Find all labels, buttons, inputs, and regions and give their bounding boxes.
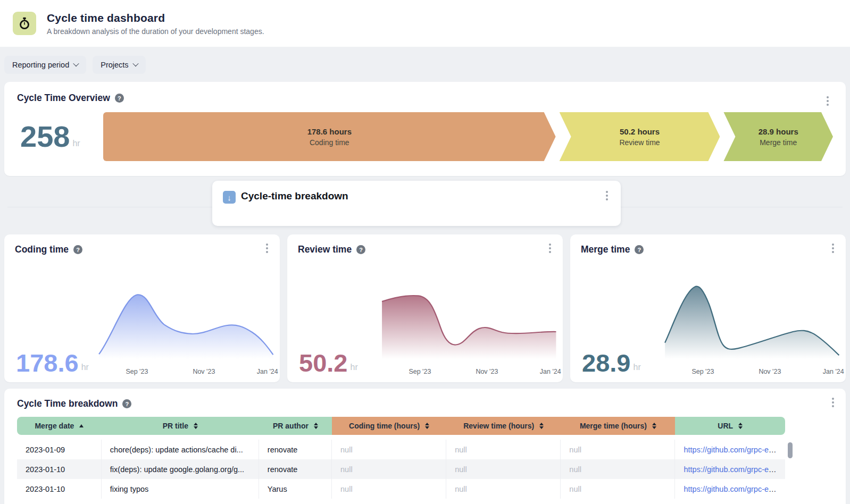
help-icon[interactable]: ?: [635, 245, 644, 254]
stage-label: Review time: [619, 138, 660, 147]
column-header-url[interactable]: URL: [675, 417, 785, 435]
stage-value: 28.9 hours: [759, 127, 798, 136]
sort-ascending-icon[interactable]: [79, 424, 84, 427]
coding-time-value: 178.6: [16, 352, 79, 374]
kebab-menu-icon[interactable]: [549, 247, 551, 249]
review-time-area-chart: [381, 278, 557, 359]
down-arrow-icon: ↓: [223, 191, 236, 204]
kebab-menu-icon[interactable]: [266, 247, 268, 249]
overview-title: Cycle Time Overview: [17, 93, 110, 104]
kebab-menu-icon[interactable]: [832, 247, 834, 249]
pr-author-cell: Yarus: [259, 479, 332, 499]
help-icon[interactable]: ?: [73, 245, 82, 254]
column-header-pr-author[interactable]: PR author: [259, 417, 332, 435]
table-title: Cycle Time breakdown: [17, 398, 118, 409]
reporting-period-label: Reporting period: [12, 61, 69, 69]
sort-icon[interactable]: [425, 423, 429, 429]
cycle-time-overview-card: Cycle Time Overview ? 258 hr 178.6 hours…: [4, 82, 846, 176]
total-cycle-time-value: 258: [20, 123, 70, 150]
table-wrap: Merge date PR title PR author Coding tim…: [17, 417, 785, 499]
x-tick-label: Jan '24: [823, 368, 844, 375]
breakdown-table: Merge date PR title PR author Coding tim…: [17, 417, 785, 499]
coding-time-unit: hr: [81, 363, 89, 374]
x-tick-label: Jan '24: [257, 368, 278, 375]
column-header-merge-date[interactable]: Merge date: [17, 417, 102, 435]
pr-author-cell: renovate: [259, 440, 332, 459]
x-axis: Sep '23 Nov '23 Jan '24: [98, 366, 274, 376]
pr-url-link[interactable]: https://github.com/grpc-ecos: [684, 446, 780, 454]
sort-icon[interactable]: [194, 423, 198, 429]
total-cycle-time-unit: hr: [72, 139, 80, 150]
x-axis: Sep '23 Nov '23 Jan '24: [664, 366, 840, 376]
charts-row: Coding time ? Sep '23 Nov '23 Jan '24 17…: [4, 234, 846, 382]
x-tick-label: Nov '23: [759, 368, 781, 375]
column-header-coding-time[interactable]: Coding time (hours): [332, 417, 446, 435]
chevron-down-icon: [73, 60, 79, 66]
sort-icon[interactable]: [738, 423, 743, 429]
sort-icon[interactable]: [539, 423, 544, 429]
x-tick-label: Sep '23: [409, 368, 431, 375]
x-tick-label: Jan '24: [540, 368, 561, 375]
sort-icon[interactable]: [652, 423, 656, 429]
review-time-value: 50.2: [299, 352, 347, 374]
review-time-cell: null: [446, 479, 561, 499]
x-tick-label: Sep '23: [691, 368, 714, 375]
cycle-time-funnel: 178.6 hours Coding time 50.2 hours Revie…: [103, 112, 833, 161]
merge-time-unit: hr: [633, 363, 640, 374]
help-icon[interactable]: ?: [356, 245, 365, 254]
page-title: Cycle time dashboard: [47, 12, 264, 24]
pr-author-cell: renovate: [259, 459, 332, 479]
cycle-time-breakdown-banner: ↓ Cycle-time breakdown: [212, 181, 621, 226]
kebab-menu-icon[interactable]: [827, 100, 829, 102]
help-icon[interactable]: ?: [115, 94, 124, 103]
help-icon[interactable]: ?: [122, 399, 131, 408]
kebab-menu-icon[interactable]: [832, 401, 834, 404]
x-tick-label: Sep '23: [126, 368, 148, 375]
top-bar: Cycle time dashboard A breakdown analysi…: [0, 0, 850, 47]
review-time-cell: null: [446, 440, 561, 459]
merge-time-area-chart: [664, 278, 840, 359]
table-row: 2023-01-10 fixing typos Yarus null null …: [17, 479, 785, 499]
page-subtitle: A breakdown analysis of the duration of …: [47, 27, 264, 36]
pr-url-link[interactable]: https://github.com/grpc-ecos: [684, 465, 780, 474]
sort-icon[interactable]: [314, 423, 318, 429]
url-cell: https://github.com/grpc-ecos: [675, 440, 785, 459]
pr-url-link[interactable]: https://github.com/grpc-ecos: [684, 485, 780, 493]
column-header-review-time[interactable]: Review time (hours): [446, 417, 561, 435]
merge-time-cell: null: [561, 459, 675, 479]
coding-time-area-chart: [98, 278, 274, 359]
x-tick-label: Nov '23: [476, 368, 498, 375]
merge-date-cell: 2023-01-09: [17, 440, 102, 459]
funnel-stage-coding[interactable]: 178.6 hours Coding time: [103, 112, 556, 161]
coding-time-cell: null: [332, 479, 446, 499]
review-time-unit: hr: [350, 363, 357, 374]
funnel-stage-review[interactable]: 50.2 hours Review time: [560, 112, 720, 161]
table-row: 2023-01-10 fix(deps): update google.gola…: [17, 459, 785, 479]
cycle-time-breakdown-table-card: Cycle Time breakdown ? Merge date PR tit…: [4, 389, 846, 504]
x-tick-label: Nov '23: [193, 368, 215, 375]
reporting-period-dropdown[interactable]: Reporting period: [4, 56, 86, 74]
url-cell: https://github.com/grpc-ecos: [675, 479, 785, 499]
stage-value: 50.2 hours: [620, 127, 660, 136]
coding-time-cell: null: [332, 440, 446, 459]
stage-label: Coding time: [310, 138, 349, 147]
x-axis: Sep '23 Nov '23 Jan '24: [381, 366, 557, 376]
merge-time-card: Merge time ? Sep '23 Nov '23 Jan '24 28.…: [570, 234, 846, 382]
funnel-stage-merge[interactable]: 28.9 hours Merge time: [723, 112, 833, 161]
kebab-menu-icon[interactable]: [606, 195, 608, 197]
column-header-pr-title[interactable]: PR title: [102, 417, 259, 435]
column-header-merge-time[interactable]: Merge time (hours): [561, 417, 675, 435]
url-cell: https://github.com/grpc-ecos: [675, 459, 785, 479]
stage-label: Merge time: [760, 138, 797, 147]
stopwatch-icon: [13, 12, 36, 35]
pr-title-cell: chore(deps): update actions/cache di...: [102, 440, 259, 459]
projects-dropdown[interactable]: Projects: [93, 56, 145, 74]
filter-bar: Reporting period Projects: [0, 47, 850, 82]
table-scrollbar-thumb[interactable]: [788, 442, 793, 458]
merge-date-cell: 2023-01-10: [17, 459, 102, 479]
review-time-cell: null: [446, 459, 561, 479]
table-row: 2023-01-09 chore(deps): update actions/c…: [17, 440, 785, 459]
chart-title: Coding time: [15, 244, 69, 255]
merge-time-cell: null: [561, 440, 675, 459]
stage-value: 178.6 hours: [307, 127, 352, 136]
